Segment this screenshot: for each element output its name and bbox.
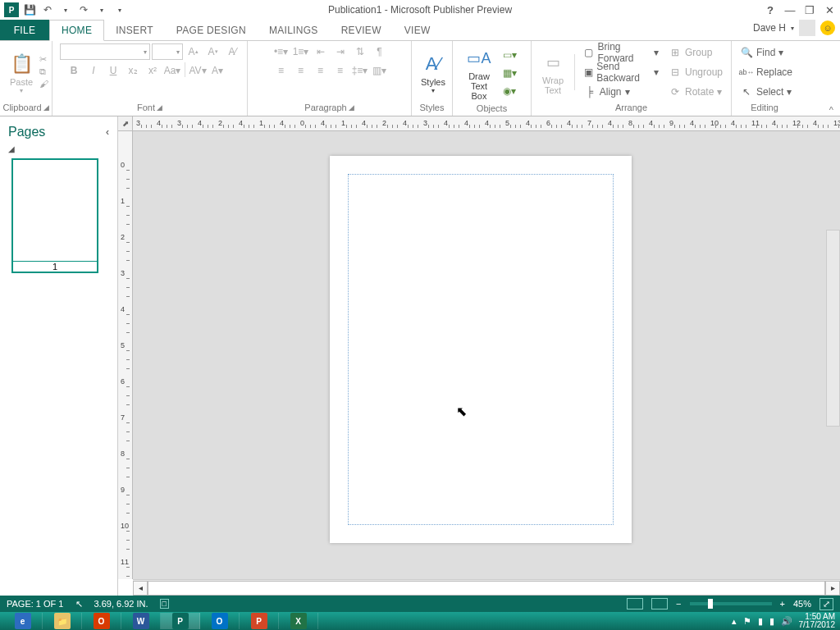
paragraph-marks-button[interactable]: ¶ bbox=[371, 43, 389, 60]
clear-formatting-button[interactable]: A⁄ bbox=[224, 43, 242, 60]
scroll-right-button[interactable]: ▸ bbox=[825, 581, 840, 596]
change-case-button[interactable]: Aa▾ bbox=[163, 62, 181, 79]
underline-button[interactable]: U bbox=[104, 62, 122, 79]
replace-button[interactable]: ab↔Replace bbox=[737, 63, 796, 81]
find-button[interactable]: 🔍Find ▾ bbox=[737, 43, 796, 62]
paragraph-launcher[interactable]: ◢ bbox=[349, 103, 354, 112]
bring-forward-button[interactable]: ▢Bring Forward ▾ bbox=[580, 43, 662, 62]
close-button[interactable]: ✕ bbox=[822, 2, 837, 17]
tray-power-icon[interactable]: ▮ bbox=[758, 616, 763, 627]
horizontal-scrollbar[interactable]: ◂ ▸ bbox=[133, 579, 840, 596]
bold-button[interactable]: B bbox=[65, 62, 83, 79]
select-button[interactable]: ↖Select ▾ bbox=[737, 83, 796, 101]
align-button[interactable]: ╞Align ▾ bbox=[580, 83, 662, 101]
font-launcher[interactable]: ◢ bbox=[157, 103, 162, 112]
two-page-view-button[interactable] bbox=[651, 598, 668, 609]
copy-button[interactable]: ⧉ bbox=[39, 66, 48, 78]
tab-file[interactable]: FILE bbox=[0, 20, 49, 40]
task-word[interactable]: W bbox=[121, 613, 161, 629]
decrease-indent-button[interactable]: ⇤ bbox=[312, 43, 330, 60]
tab-insert[interactable]: INSERT bbox=[104, 20, 165, 40]
bullets-button[interactable]: •≡▾ bbox=[272, 43, 290, 60]
align-left-button[interactable]: ≡ bbox=[272, 62, 290, 79]
task-ie[interactable]: e bbox=[3, 613, 43, 629]
subscript-button[interactable]: x₂ bbox=[124, 62, 142, 79]
horizontal-ruler[interactable]: 343424140414243444546474849410411412413 bbox=[118, 116, 840, 131]
zoom-slider[interactable] bbox=[690, 602, 772, 605]
justify-button[interactable]: ≡ bbox=[331, 62, 349, 79]
vertical-ruler[interactable]: 01234567891011 bbox=[118, 131, 133, 579]
text-effects-button[interactable]: A▾ bbox=[208, 62, 226, 79]
send-backward-button[interactable]: ▣Send Backward ▾ bbox=[580, 63, 662, 81]
font-name-combo[interactable]: ▾ bbox=[60, 43, 150, 60]
cut-button[interactable]: ✂ bbox=[39, 54, 48, 66]
superscript-button[interactable]: x² bbox=[144, 62, 162, 79]
font-size-combo[interactable]: ▾ bbox=[152, 43, 183, 60]
align-center-button[interactable]: ≡ bbox=[292, 62, 310, 79]
line-spacing-button[interactable]: ‡≡▾ bbox=[351, 62, 369, 79]
styles-button[interactable]: A⁄ Styles ▾ bbox=[417, 49, 450, 96]
align-right-button[interactable]: ≡ bbox=[312, 62, 330, 79]
collapse-ribbon-button[interactable]: ^ bbox=[829, 105, 833, 115]
user-dropdown[interactable]: ▾ bbox=[791, 25, 794, 32]
clipboard-launcher[interactable]: ◢ bbox=[43, 103, 49, 112]
fit-page-button[interactable]: ⤢ bbox=[819, 598, 833, 610]
tab-review[interactable]: REVIEW bbox=[330, 20, 393, 40]
numbering-button[interactable]: 1≡▾ bbox=[292, 43, 310, 60]
tab-pagedesign[interactable]: PAGE DESIGN bbox=[165, 20, 258, 40]
group-button[interactable]: ⊞Group bbox=[665, 43, 726, 62]
tray-show-hidden[interactable]: ▴ bbox=[732, 616, 737, 627]
help-button[interactable]: ? bbox=[763, 2, 778, 17]
tab-view[interactable]: VIEW bbox=[393, 20, 442, 40]
scroll-left-button[interactable]: ◂ bbox=[133, 581, 148, 596]
shrink-font-button[interactable]: A▾ bbox=[204, 43, 222, 60]
ungroup-button[interactable]: ⊟Ungroup bbox=[665, 63, 726, 81]
columns-button[interactable]: ▥▾ bbox=[371, 62, 389, 79]
draw-textbox-button[interactable]: ▭A Draw Text Box bbox=[458, 43, 500, 103]
minimize-button[interactable]: — bbox=[783, 2, 797, 17]
tray-flag-icon[interactable]: ⚑ bbox=[743, 616, 751, 627]
char-spacing-button[interactable]: AV▾ bbox=[189, 62, 207, 79]
text-direction-button[interactable]: ⇅ bbox=[351, 43, 369, 60]
pages-collapse-button[interactable]: ‹ bbox=[106, 126, 109, 138]
page-thumbnail-1[interactable]: 1 bbox=[11, 158, 98, 273]
single-page-view-button[interactable] bbox=[627, 598, 643, 609]
italic-button[interactable]: I bbox=[84, 62, 103, 79]
tray-volume-icon[interactable]: 🔊 bbox=[781, 616, 792, 627]
format-painter-button[interactable]: 🖌 bbox=[39, 79, 48, 90]
shapes-button[interactable]: ◉▾ bbox=[500, 83, 518, 99]
tab-mailings[interactable]: MAILINGS bbox=[258, 20, 330, 40]
task-powerpoint[interactable]: P bbox=[240, 613, 279, 629]
table-button[interactable]: ▦▾ bbox=[500, 65, 518, 81]
vertical-scrollbar[interactable] bbox=[826, 230, 840, 427]
zoom-out-button[interactable]: − bbox=[676, 599, 681, 609]
avatar[interactable] bbox=[799, 20, 815, 36]
task-explorer[interactable]: 📁 bbox=[43, 613, 82, 629]
paste-button[interactable]: 📋 Paste ▾ bbox=[5, 49, 38, 96]
canvas[interactable]: ⬉ bbox=[133, 131, 840, 579]
task-office[interactable]: O bbox=[82, 613, 121, 629]
tray-network-icon[interactable]: ▮ bbox=[769, 616, 774, 627]
status-coords[interactable]: 3.69, 6.92 IN. bbox=[94, 599, 148, 609]
undo-dropdown[interactable]: ▾ bbox=[57, 2, 74, 18]
redo-dropdown[interactable]: ▾ bbox=[94, 2, 110, 18]
wrap-text-button[interactable]: ▭ Wrap Text bbox=[536, 48, 569, 97]
maximize-button[interactable]: ❐ bbox=[802, 2, 817, 17]
ruler-corner[interactable]: ⬈ bbox=[118, 116, 133, 131]
feedback-smiley-icon[interactable]: ☺ bbox=[820, 21, 835, 35]
object-size-icon[interactable]: □ bbox=[160, 599, 169, 609]
picture-button[interactable]: ▭▾ bbox=[500, 47, 518, 63]
scroll-track[interactable] bbox=[148, 581, 825, 596]
save-button[interactable]: 💾 bbox=[21, 2, 38, 18]
tab-home[interactable]: HOME bbox=[49, 20, 104, 41]
grow-font-button[interactable]: A▴ bbox=[185, 43, 203, 60]
task-excel[interactable]: X bbox=[279, 613, 318, 629]
status-page[interactable]: PAGE: 1 OF 1 bbox=[7, 599, 64, 609]
pages-section-toggle[interactable]: ◢ bbox=[0, 144, 117, 153]
tray-clock[interactable]: 1:50 AM 7/17/2012 bbox=[799, 613, 836, 629]
rotate-button[interactable]: ⟳Rotate ▾ bbox=[665, 83, 726, 101]
user-name[interactable]: Dave H bbox=[753, 22, 786, 34]
undo-button[interactable]: ↶ bbox=[39, 2, 56, 18]
redo-button[interactable]: ↷ bbox=[75, 2, 92, 18]
zoom-level[interactable]: 45% bbox=[793, 599, 811, 609]
